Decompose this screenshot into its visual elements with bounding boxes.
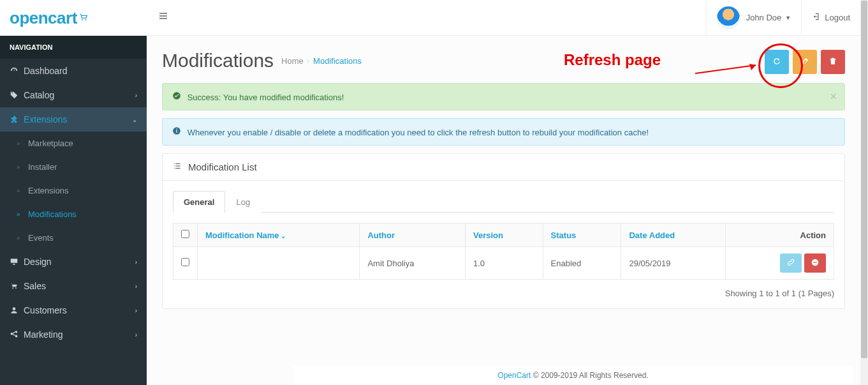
tab-log[interactable]: Log — [225, 191, 261, 213]
success-text: Success: You have modified modifications… — [188, 93, 344, 102]
user-name: John Doe — [746, 13, 782, 22]
tab-general[interactable]: General — [173, 191, 225, 213]
svg-point-1 — [85, 19, 86, 20]
sidebar-item-customers[interactable]: Customers › — [0, 298, 147, 322]
footer-brand-link[interactable]: OpenCart — [497, 371, 531, 380]
info-circle-icon: i — [172, 128, 184, 137]
sidebar-item-design[interactable]: Design › — [0, 250, 147, 274]
extensions-submenu: » Marketplace » Installer » Extensions »… — [0, 132, 147, 250]
col-status[interactable]: Status — [543, 223, 621, 247]
chevron-right-icon: › — [135, 331, 137, 338]
col-author[interactable]: Author — [360, 223, 466, 247]
col-name[interactable]: Modification Name⌄ — [198, 223, 360, 247]
sidebar-sub-events[interactable]: » Events — [0, 226, 147, 250]
bars-icon — [158, 11, 168, 24]
sidebar-item-label: Extensions — [24, 114, 67, 125]
sidebar-item-label: Customers — [24, 305, 67, 315]
sidebar-item-label: Installer — [28, 162, 57, 172]
sidebar-item-extensions[interactable]: Extensions ⌄ — [0, 107, 147, 132]
sidebar-sub-extensions[interactable]: » Extensions — [0, 179, 147, 202]
link-button[interactable] — [780, 253, 802, 273]
logout-button[interactable]: Logout — [801, 0, 860, 36]
chevron-down-icon: ⌄ — [132, 116, 137, 123]
nav-header: NAVIGATION — [0, 36, 147, 59]
breadcrumb-home[interactable]: Home — [281, 56, 304, 66]
sort-caret-icon: ⌄ — [281, 232, 286, 239]
info-alert: i Whenever you enable / disable or delet… — [162, 118, 845, 146]
annotation-arrow — [695, 64, 765, 83]
link-icon — [786, 258, 795, 269]
info-text: Whenever you enable / disable or delete … — [188, 128, 649, 137]
arrow-icon: » — [17, 211, 28, 218]
row-checkbox[interactable] — [181, 258, 189, 266]
logout-icon — [812, 12, 821, 23]
panel-body: General Log Modification Name⌄ Auth — [163, 181, 844, 308]
panel-title: Modification List — [188, 162, 257, 172]
svg-point-0 — [82, 19, 83, 20]
cell-action — [726, 247, 834, 280]
select-all-checkbox[interactable] — [181, 230, 189, 238]
table-row: Amit Dholiya 1.0 Enabled 29/05/2019 — [173, 247, 834, 280]
footer-text: © 2009-2019 All Rights Reserved. — [531, 371, 648, 380]
modification-table: Modification Name⌄ Author Version Status… — [173, 223, 834, 280]
col-date[interactable]: Date Added — [621, 223, 726, 247]
tag-icon — [10, 91, 24, 100]
cell-date: 29/05/2019 — [621, 247, 726, 280]
delete-button[interactable] — [821, 50, 845, 74]
cell-version: 1.0 — [466, 247, 543, 280]
chevron-right-icon: › — [135, 307, 137, 314]
sidebar-sub-modifications[interactable]: » Modifications — [0, 202, 147, 226]
sidebar-item-sales[interactable]: Sales › — [0, 274, 147, 298]
sidebar-item-marketing[interactable]: Marketing › — [0, 322, 147, 347]
close-icon: × — [830, 90, 837, 103]
col-version[interactable]: Version — [466, 223, 543, 247]
logout-label: Logout — [825, 13, 850, 22]
user-menu[interactable]: John Doe ▼ — [706, 0, 802, 36]
cell-status: Enabled — [543, 247, 621, 280]
sidebar-item-dashboard[interactable]: Dashboard — [0, 59, 147, 83]
cell-author: Amit Dholiya — [360, 247, 466, 280]
chevron-right-icon: › — [135, 259, 137, 266]
logo-text: opencart — [10, 8, 77, 28]
sidebar-item-label: Dashboard — [24, 66, 68, 76]
success-alert: Success: You have modified modifications… — [162, 83, 845, 110]
page-title: Modifications — [162, 50, 274, 72]
caret-down-icon: ▼ — [785, 15, 791, 21]
disable-button[interactable] — [804, 253, 826, 273]
sidebar-sub-installer[interactable]: » Installer — [0, 155, 147, 179]
content-area: Modifications Home › Modifications — [147, 36, 860, 385]
check-circle-icon — [172, 93, 184, 102]
sidebar-item-label: Marketplace — [28, 139, 73, 148]
sidebar-item-label: Marketing — [24, 329, 63, 340]
sidebar-item-label: Extensions — [28, 186, 69, 195]
tab-label: Log — [236, 197, 250, 207]
svg-line-2 — [695, 65, 756, 73]
sidebar-item-catalog[interactable]: Catalog › — [0, 83, 147, 107]
scrollbar-track[interactable] — [860, 0, 868, 385]
scrollbar-thumb[interactable] — [861, 1, 867, 358]
svg-rect-8 — [813, 262, 817, 262]
breadcrumb: Home › Modifications — [281, 56, 362, 66]
modification-panel: Modification List General Log — [162, 153, 845, 309]
arrow-icon: » — [17, 140, 28, 147]
share-icon — [10, 330, 24, 339]
close-alert-button[interactable]: × — [830, 90, 837, 103]
chevron-right-icon: › — [135, 92, 137, 99]
sidebar-item-label: Catalog — [24, 90, 54, 100]
svg-text:i: i — [176, 128, 177, 134]
arrow-icon: » — [17, 187, 28, 194]
menu-toggle-button[interactable] — [147, 11, 180, 24]
logo[interactable]: opencart — [0, 0, 147, 36]
sidebar-sub-marketplace[interactable]: » Marketplace — [0, 132, 147, 155]
trash-icon — [828, 57, 837, 68]
footer: OpenCart © 2009-2019 All Rights Reserved… — [293, 366, 853, 385]
sidebar-item-label: Modifications — [28, 209, 77, 219]
desktop-icon — [10, 257, 24, 266]
col-action: Action — [726, 223, 834, 247]
breadcrumb-separator-icon: › — [307, 57, 309, 64]
dashboard-icon — [10, 66, 24, 75]
breadcrumb-current[interactable]: Modifications — [313, 56, 362, 66]
col-checkbox — [173, 223, 198, 247]
minus-circle-icon — [811, 258, 820, 269]
chevron-right-icon: › — [135, 283, 137, 290]
